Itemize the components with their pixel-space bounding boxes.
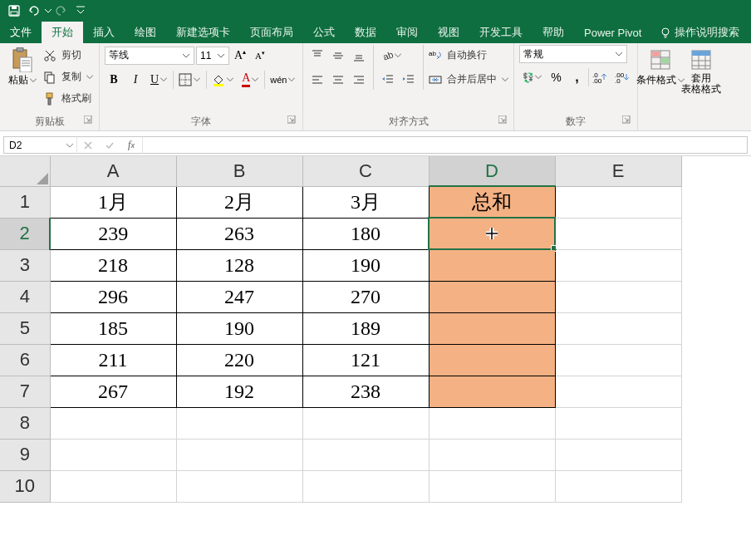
increase-indent-button[interactable] <box>400 71 418 89</box>
fill-color-button[interactable] <box>206 71 236 89</box>
cell-C7[interactable]: 238 <box>302 376 429 407</box>
orientation-button[interactable]: ab <box>379 47 404 65</box>
increase-font-button[interactable]: A▴ <box>231 47 249 65</box>
customize-qat-button[interactable] <box>71 2 90 20</box>
align-center-button[interactable] <box>329 71 347 89</box>
align-top-button[interactable] <box>308 47 326 65</box>
cell-E9[interactable] <box>555 439 681 470</box>
tab-powerpivot[interactable]: Power Pivot <box>574 22 651 43</box>
cell-B2[interactable]: 263 <box>176 218 302 249</box>
font-color-button[interactable]: A <box>239 71 261 89</box>
tellme-search[interactable]: 操作说明搜索 <box>651 22 749 43</box>
comma-button[interactable]: , <box>567 68 586 86</box>
tab-developer[interactable]: 开发工具 <box>469 22 533 43</box>
cell-D5[interactable] <box>429 312 555 344</box>
align-left-button[interactable] <box>308 71 326 89</box>
cell-C1[interactable]: 3月 <box>302 186 429 218</box>
align-right-button[interactable] <box>350 71 368 89</box>
col-header-A[interactable]: A <box>50 156 176 186</box>
tab-pagelayout[interactable]: 页面布局 <box>240 22 303 43</box>
cell-D10[interactable] <box>429 470 555 502</box>
cell-B1[interactable]: 2月 <box>176 186 302 218</box>
cell-D9[interactable] <box>429 439 555 470</box>
cell-A5[interactable]: 185 <box>50 312 176 344</box>
cell-B9[interactable] <box>176 439 302 470</box>
cell-A6[interactable]: 211 <box>50 344 176 376</box>
row-header-2[interactable]: 2 <box>0 218 50 249</box>
tab-review[interactable]: 审阅 <box>386 22 428 43</box>
cell-C6[interactable]: 121 <box>302 344 429 376</box>
row-header-8[interactable]: 8 <box>0 407 50 439</box>
row-header-4[interactable]: 4 <box>0 281 50 312</box>
cell-B3[interactable]: 128 <box>176 249 302 281</box>
cell-E10[interactable] <box>555 470 681 502</box>
cell-E7[interactable] <box>555 376 681 407</box>
phonetic-button[interactable]: wén <box>264 71 297 89</box>
spreadsheet-grid[interactable]: A B C D E 1 1月 2月 3月 总和 2 239 263 180 3 … <box>0 156 751 503</box>
format-painter-button[interactable]: 格式刷 <box>43 88 94 109</box>
save-button[interactable] <box>5 2 23 20</box>
col-header-C[interactable]: C <box>302 156 429 186</box>
font-size-select[interactable]: 11 <box>196 47 229 65</box>
cell-C9[interactable] <box>302 439 429 470</box>
namebox-dropdown-icon[interactable] <box>66 142 74 149</box>
cell-D1[interactable]: 总和 <box>429 186 555 218</box>
cell-D6[interactable] <box>429 344 555 376</box>
tab-insert[interactable]: 插入 <box>83 22 125 43</box>
select-all-corner[interactable] <box>0 156 50 186</box>
cell-E8[interactable] <box>555 407 681 439</box>
wrap-text-button[interactable]: ab 自动换行 <box>429 45 508 66</box>
format-as-table-button[interactable]: 套用 表格格式 <box>678 45 724 98</box>
name-box[interactable]: D2 <box>3 136 76 154</box>
cell-C4[interactable]: 270 <box>302 281 429 312</box>
cell-E6[interactable] <box>555 344 681 376</box>
cut-button[interactable]: 剪切 <box>43 45 94 66</box>
col-header-B[interactable]: B <box>176 156 302 186</box>
align-middle-button[interactable] <box>329 47 347 65</box>
tab-view[interactable]: 视图 <box>428 22 469 43</box>
cell-A7[interactable]: 267 <box>50 376 176 407</box>
row-header-6[interactable]: 6 <box>0 344 50 376</box>
decrease-font-button[interactable]: A▾ <box>251 47 269 65</box>
cell-B10[interactable] <box>176 470 302 502</box>
tab-new[interactable]: 新建选项卡 <box>166 22 240 43</box>
increase-decimal-button[interactable]: .0.00 <box>588 68 610 86</box>
col-header-E[interactable]: E <box>555 156 681 186</box>
tab-draw[interactable]: 绘图 <box>125 22 166 43</box>
row-header-1[interactable]: 1 <box>0 186 50 218</box>
cell-E3[interactable] <box>555 249 681 281</box>
number-format-select[interactable]: 常规 <box>519 45 627 63</box>
tab-file[interactable]: 文件 <box>0 22 42 43</box>
cancel-formula-button[interactable] <box>77 140 99 150</box>
accounting-format-button[interactable]: 💱 <box>519 68 544 86</box>
cell-A10[interactable] <box>50 470 176 502</box>
row-header-10[interactable]: 10 <box>0 470 50 502</box>
cell-D8[interactable] <box>429 407 555 439</box>
merge-center-button[interactable]: 合并后居中 <box>429 69 508 90</box>
cell-D7[interactable] <box>429 376 555 407</box>
cell-E2[interactable] <box>555 218 681 249</box>
cell-D4[interactable] <box>429 281 555 312</box>
percent-button[interactable]: % <box>547 68 565 86</box>
decrease-decimal-button[interactable]: .00.0 <box>612 68 632 86</box>
cell-A2[interactable]: 239 <box>50 218 176 249</box>
row-header-7[interactable]: 7 <box>0 376 50 407</box>
cell-D2[interactable] <box>429 218 555 249</box>
tab-help[interactable]: 帮助 <box>533 22 574 43</box>
bold-button[interactable]: B <box>105 71 123 89</box>
tab-home[interactable]: 开始 <box>42 22 83 43</box>
copy-button[interactable]: 复制 <box>43 66 94 87</box>
row-header-3[interactable]: 3 <box>0 249 50 281</box>
cell-B4[interactable]: 247 <box>176 281 302 312</box>
cell-E5[interactable] <box>555 312 681 344</box>
clipboard-launcher-icon[interactable] <box>84 115 92 124</box>
tab-formulas[interactable]: 公式 <box>303 22 345 43</box>
alignment-launcher-icon[interactable] <box>498 115 507 124</box>
cell-A8[interactable] <box>50 407 176 439</box>
enter-formula-button[interactable] <box>99 140 120 150</box>
insert-function-button[interactable]: fx <box>120 139 142 151</box>
cell-B7[interactable]: 192 <box>176 376 302 407</box>
align-bottom-button[interactable] <box>350 47 368 65</box>
cell-D3[interactable] <box>429 249 555 281</box>
cell-C5[interactable]: 189 <box>302 312 429 344</box>
